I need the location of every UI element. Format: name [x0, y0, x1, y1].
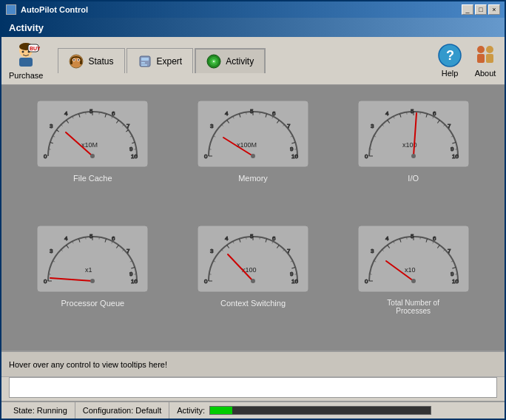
- about-label: About: [475, 69, 496, 78]
- svg-text:9: 9: [290, 271, 294, 277]
- svg-text:x1: x1: [85, 266, 92, 274]
- svg-text:10: 10: [131, 153, 138, 160]
- activity-label: Activity:: [177, 406, 205, 415]
- svg-text:9: 9: [129, 271, 133, 277]
- window-body: Activity: [1, 18, 505, 419]
- processor-queue-label: Processor Queue: [61, 299, 125, 308]
- gauge-area: 0 3 4 5 6 7: [1, 85, 505, 350]
- svg-text:6: 6: [272, 235, 276, 242]
- status-tab-label: Status: [88, 56, 113, 67]
- title-bar: AutoPilot Control _ □ ×: [1, 1, 505, 18]
- help-label: Help: [442, 69, 459, 78]
- svg-text:x10: x10: [405, 266, 416, 274]
- help-button[interactable]: ? Help: [438, 44, 462, 78]
- svg-text:3: 3: [50, 123, 53, 129]
- svg-text:7: 7: [127, 248, 130, 254]
- svg-text:3: 3: [210, 123, 214, 129]
- svg-rect-26: [477, 54, 485, 63]
- svg-text:3: 3: [371, 123, 374, 129]
- svg-text:4: 4: [385, 235, 389, 242]
- svg-text:6: 6: [112, 235, 115, 242]
- window-title: AutoPilot Control: [21, 5, 88, 14]
- title-bar-text: AutoPilot Control: [6, 4, 88, 15]
- svg-text:9: 9: [129, 146, 133, 152]
- svg-text:0: 0: [365, 278, 368, 285]
- svg-point-211: [411, 279, 416, 283]
- about-button[interactable]: About: [473, 44, 497, 78]
- section-header: Activity: [1, 18, 505, 37]
- svg-text:7: 7: [287, 248, 291, 254]
- config-value: Default: [135, 406, 161, 415]
- activity-bar-fill: [210, 407, 232, 414]
- svg-point-151: [90, 279, 95, 283]
- svg-point-27: [486, 46, 493, 53]
- activity-section: Activity:: [169, 402, 500, 419]
- svg-text:BUY!: BUY!: [30, 46, 40, 51]
- activity-progress-bar: [209, 406, 431, 415]
- tooltip-text: Hover over any control to view tooltips …: [9, 360, 167, 369]
- tab-expert[interactable]: Expert: [127, 48, 194, 73]
- svg-text:6: 6: [433, 235, 436, 242]
- svg-rect-17: [141, 64, 147, 66]
- svg-text:4: 4: [385, 110, 389, 117]
- svg-point-21: [213, 61, 215, 62]
- main-window: AutoPilot Control _ □ × Activity: [0, 0, 506, 420]
- scroll-area[interactable]: [9, 377, 497, 398]
- gauge-file-cache-svg: 0 3 4 5 6 7: [33, 97, 152, 171]
- svg-text:3: 3: [371, 248, 374, 254]
- about-icon: [473, 44, 497, 67]
- purchase-button[interactable]: BUY! Purchase: [9, 41, 43, 80]
- gauge-processor-queue-svg: 0 3 4 5 6 7 9 10: [33, 222, 152, 296]
- state-value: Running: [37, 406, 67, 415]
- minimize-button[interactable]: _: [462, 4, 473, 15]
- gauge-processor-queue: 0 3 4 5 6 7 9 10: [16, 222, 169, 339]
- gauge-context-switching-svg: 0 3 4 5 6 7 9 10: [194, 222, 312, 296]
- svg-point-10: [73, 59, 75, 61]
- gauge-io-svg: 0 3 4 5 6 7 9 10: [354, 97, 473, 171]
- expert-tab-label: Expert: [157, 56, 183, 67]
- svg-text:4: 4: [64, 235, 68, 242]
- svg-text:?: ?: [446, 48, 454, 63]
- svg-point-6: [28, 51, 30, 53]
- svg-point-91: [251, 154, 255, 158]
- gauge-total-processes: 0 3 4 5 6 7 9 10: [337, 222, 490, 339]
- section-header-text: Activity: [9, 22, 44, 33]
- svg-text:6: 6: [112, 110, 115, 117]
- svg-rect-2: [19, 58, 33, 67]
- help-icon: ?: [438, 44, 462, 67]
- purchase-icon: BUY!: [12, 41, 40, 70]
- gauge-file-cache: 0 3 4 5 6 7: [16, 97, 169, 214]
- tab-activity[interactable]: Activity: [195, 48, 266, 73]
- svg-text:7: 7: [448, 248, 451, 254]
- tab-status[interactable]: Status: [58, 48, 124, 73]
- svg-text:7: 7: [448, 123, 451, 129]
- context-switching-label: Context Switching: [220, 299, 286, 308]
- svg-text:4: 4: [64, 110, 68, 117]
- gauge-context-switching: 0 3 4 5 6 7 9 10: [177, 222, 330, 339]
- svg-rect-24: [473, 44, 497, 67]
- svg-rect-12: [70, 61, 72, 64]
- svg-point-121: [411, 154, 416, 158]
- tooltip-bar: Hover over any control to view tooltips …: [1, 350, 505, 377]
- activity-icon: [206, 54, 221, 69]
- svg-text:9: 9: [451, 271, 454, 277]
- state-section: State: Running: [6, 402, 75, 419]
- gauge-io: 0 3 4 5 6 7 9 10: [337, 97, 490, 214]
- nav-tabs: Status Expert: [58, 48, 266, 73]
- maximize-button[interactable]: □: [475, 4, 487, 15]
- svg-text:7: 7: [287, 123, 291, 129]
- toolbar-left: BUY! Purchase: [9, 41, 266, 80]
- purchase-avatar: BUY!: [12, 41, 40, 70]
- svg-text:3: 3: [210, 248, 214, 254]
- title-bar-controls: _ □ ×: [462, 4, 500, 15]
- svg-text:3: 3: [50, 248, 53, 254]
- svg-text:5: 5: [90, 108, 93, 115]
- close-button[interactable]: ×: [488, 4, 500, 15]
- expert-icon: [138, 54, 152, 69]
- svg-point-61: [90, 154, 95, 158]
- io-label: I/O: [408, 174, 419, 183]
- svg-text:0: 0: [204, 278, 208, 285]
- gauge-memory: 0 3 4 5 6 7 9 10: [177, 97, 330, 214]
- memory-label: Memory: [238, 174, 268, 183]
- svg-text:0: 0: [44, 278, 47, 285]
